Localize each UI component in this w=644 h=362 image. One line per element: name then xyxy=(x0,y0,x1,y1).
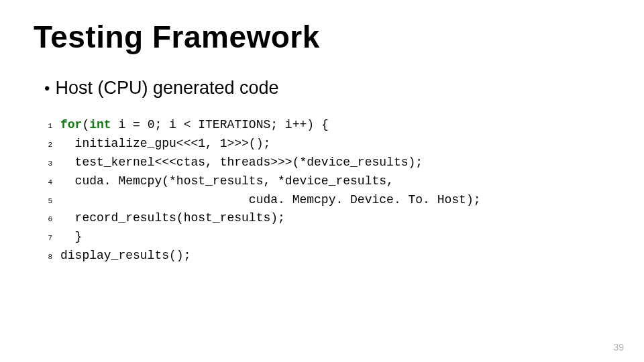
code-text: } xyxy=(60,228,82,247)
slide-title: Testing Framework xyxy=(34,19,610,55)
code-line: 8display_results(); xyxy=(42,247,610,265)
page-number: 39 xyxy=(613,342,624,353)
code-text: initialize_gpu<<<1, 1>>>(); xyxy=(60,135,270,154)
bullet-item: • Host (CPU) generated code xyxy=(44,78,610,99)
line-number: 1 xyxy=(42,121,60,132)
code-text: display_results(); xyxy=(60,247,191,265)
code-block: 1for(int i = 0; i < ITERATIONS; i++) {2 … xyxy=(42,116,610,265)
code-line: 7 } xyxy=(42,228,610,247)
line-number: 6 xyxy=(42,214,60,225)
code-line: 1for(int i = 0; i < ITERATIONS; i++) { xyxy=(42,116,610,135)
code-line: 2 initialize_gpu<<<1, 1>>>(); xyxy=(42,135,610,154)
bullet-dot: • xyxy=(44,80,50,97)
code-text: for(int i = 0; i < ITERATIONS; i++) { xyxy=(60,116,329,135)
code-text: cuda. Memcpy(*host_results, *device_resu… xyxy=(60,172,394,191)
bullet-text: Host (CPU) generated code xyxy=(55,78,278,99)
line-number: 7 xyxy=(42,233,60,244)
line-number: 8 xyxy=(42,251,60,263)
code-text: test_kernel<<<ctas, threads>>>(*device_r… xyxy=(60,154,423,172)
line-number: 5 xyxy=(42,196,60,207)
line-number: 3 xyxy=(42,158,60,170)
line-number: 2 xyxy=(42,139,60,151)
code-line: 5 cuda. Memcpy. Device. To. Host); xyxy=(42,191,610,210)
slide: Testing Framework • Host (CPU) generated… xyxy=(0,0,644,362)
code-line: 4 cuda. Memcpy(*host_results, *device_re… xyxy=(42,172,610,191)
code-line: 3 test_kernel<<<ctas, threads>>>(*device… xyxy=(42,154,610,172)
code-text: cuda. Memcpy. Device. To. Host); xyxy=(60,191,481,210)
code-line: 6 record_results(host_results); xyxy=(42,209,610,228)
line-number: 4 xyxy=(42,177,60,188)
code-text: record_results(host_results); xyxy=(60,209,285,228)
